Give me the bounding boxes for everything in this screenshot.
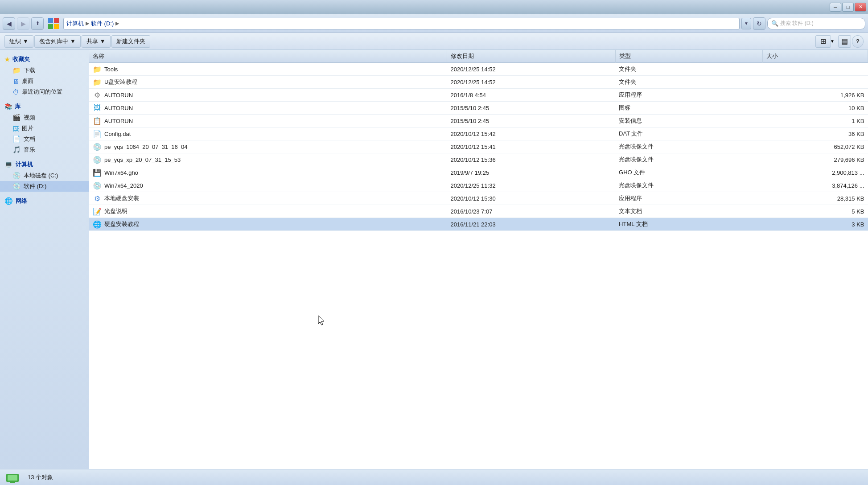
file-size: 1 KB (762, 115, 868, 127)
status-app-icon (4, 469, 21, 485)
downloads-label: 下载 (24, 66, 35, 74)
desktop-label: 桌面 (22, 77, 33, 85)
file-size: 2,900,813 ... (762, 166, 868, 179)
address-dropdown-button[interactable]: ▼ (741, 18, 751, 29)
table-row[interactable]: 📝 光盘说明 2016/10/23 7:07 文本文档 5 KB (89, 205, 868, 218)
search-placeholder: 搜索 软件 (D:) (780, 20, 814, 27)
favorites-label: 收藏夹 (12, 55, 30, 63)
file-type: GHO 文件 (615, 166, 762, 179)
forward-button[interactable]: ▶ (17, 17, 29, 30)
view-dropdown-icon: ▼ (830, 39, 835, 44)
file-area[interactable]: 名称 修改日期 类型 大小 📁 Tools 2020/12/25 14:52 文… (89, 50, 868, 469)
file-name: AUTORUN (104, 105, 133, 111)
breadcrumb-computer[interactable]: 计算机 (66, 20, 84, 28)
close-button[interactable]: ✕ (855, 3, 866, 12)
file-type: 文本文档 (615, 205, 762, 218)
table-row[interactable]: 💾 Win7x64.gho 2019/9/7 19:25 GHO 文件 2,90… (89, 166, 868, 179)
file-type: 文件夹 (615, 63, 762, 76)
sidebar-header-library[interactable]: 📚 库 (0, 101, 89, 112)
table-row[interactable]: 📁 U盘安装教程 2020/12/25 14:52 文件夹 (89, 76, 868, 89)
back-button[interactable]: ◀ (3, 17, 15, 30)
svg-rect-1 (54, 18, 59, 23)
table-row[interactable]: 📁 Tools 2020/12/25 14:52 文件夹 (89, 63, 868, 76)
sidebar-section-favorites: ★ 收藏夹 📁 下载 🖥 桌面 ⏱ 最近访问的位置 (0, 53, 89, 97)
file-size: 36 KB (762, 127, 868, 140)
file-type: 安装信息 (615, 115, 762, 127)
search-bar[interactable]: 🔍 搜索 软件 (D:) (767, 18, 865, 29)
sidebar-header-favorites[interactable]: ★ 收藏夹 (0, 53, 89, 65)
documents-label: 文档 (24, 135, 35, 143)
file-name-cell: 🖼 AUTORUN (89, 102, 447, 115)
library-icon: 📚 (4, 103, 12, 110)
recent-label: 最近访问的位置 (22, 88, 62, 96)
file-modified: 2020/12/25 11:32 (447, 179, 615, 192)
up-button[interactable]: ⬆ (31, 17, 44, 30)
file-name: AUTORUN (104, 92, 133, 99)
breadcrumb-drive[interactable]: 软件 (D:) (91, 20, 114, 28)
include-dropdown-icon: ▼ (70, 38, 76, 45)
view-button[interactable]: ⊞ (815, 35, 831, 48)
file-modified: 2020/12/25 14:52 (447, 76, 615, 89)
col-type[interactable]: 类型 (615, 50, 762, 63)
sidebar-item-recent[interactable]: ⏱ 最近访问的位置 (0, 86, 89, 97)
help-button[interactable]: ? (852, 35, 864, 48)
svg-rect-3 (54, 24, 59, 29)
file-size: 1,926 KB (762, 89, 868, 102)
file-size: 10 KB (762, 102, 868, 115)
sidebar-item-documents[interactable]: 📄 文档 (0, 134, 89, 144)
table-row[interactable]: 📄 Config.dat 2020/10/12 15:42 DAT 文件 36 … (89, 127, 868, 140)
new-folder-label: 新建文件夹 (116, 37, 145, 45)
table-row[interactable]: 💿 Win7x64_2020 2020/12/25 11:32 光盘映像文件 3… (89, 179, 868, 192)
share-button[interactable]: 共享 ▼ (82, 35, 111, 48)
file-modified: 2015/5/10 2:45 (447, 102, 615, 115)
col-size[interactable]: 大小 (762, 50, 868, 63)
col-modified[interactable]: 修改日期 (447, 50, 615, 63)
table-row[interactable]: 💿 pe_yqs_1064_20_07_31_16_04 2020/10/12 … (89, 140, 868, 153)
file-icon: 💾 (93, 168, 102, 177)
maximize-button[interactable]: □ (842, 3, 854, 12)
organize-label: 组织 (9, 37, 21, 45)
file-size: 28,315 KB (762, 192, 868, 205)
breadcrumb[interactable]: 计算机 ▶ 软件 (D:) ▶ (63, 18, 740, 29)
file-size: 3,874,126 ... (762, 179, 868, 192)
c-drive-icon: 💿 (12, 172, 21, 180)
sidebar-item-music[interactable]: 🎵 音乐 (0, 144, 89, 155)
computer-label: 计算机 (16, 160, 33, 169)
sidebar-item-d-drive[interactable]: 💿 软件 (D:) (0, 181, 89, 192)
file-name-cell: 💿 pe_yqs_xp_20_07_31_15_53 (89, 153, 447, 166)
file-name: 光盘说明 (104, 207, 128, 215)
table-row[interactable]: 🌐 硬盘安装教程 2016/11/21 22:03 HTML 文档 3 KB (89, 218, 868, 231)
favorites-icon: ★ (4, 56, 10, 63)
minimize-button[interactable]: ─ (830, 3, 841, 12)
table-row[interactable]: 📋 AUTORUN 2015/5/10 2:45 安装信息 1 KB (89, 115, 868, 127)
file-name: 本地硬盘安装 (104, 194, 139, 202)
sidebar-header-network[interactable]: 🌐 网络 (0, 195, 89, 207)
file-type: 应用程序 (615, 89, 762, 102)
file-icon: 💿 (93, 181, 102, 190)
refresh-button[interactable]: ↻ (753, 17, 765, 30)
file-type: 光盘映像文件 (615, 153, 762, 166)
table-row[interactable]: 🖼 AUTORUN 2015/5/10 2:45 图标 10 KB (89, 102, 868, 115)
table-row[interactable]: ⚙ AUTORUN 2016/1/8 4:54 应用程序 1,926 KB (89, 89, 868, 102)
toolbar: 组织 ▼ 包含到库中 ▼ 共享 ▼ 新建文件夹 ⊞ ▼ ▤ ? (0, 33, 868, 50)
sidebar-item-videos[interactable]: 🎬 视频 (0, 112, 89, 123)
file-name-cell: ⚙ AUTORUN (89, 89, 447, 102)
videos-icon: 🎬 (12, 114, 21, 122)
sidebar-header-computer[interactable]: 💻 计算机 (0, 159, 89, 170)
downloads-icon: 📁 (12, 66, 21, 74)
sidebar-item-c-drive[interactable]: 💿 本地磁盘 (C:) (0, 170, 89, 181)
preview-pane-button[interactable]: ▤ (838, 35, 851, 48)
include-library-button[interactable]: 包含到库中 ▼ (34, 35, 81, 48)
file-icon: 📝 (93, 207, 102, 216)
file-name: Tools (104, 66, 118, 73)
sidebar-item-downloads[interactable]: 📁 下载 (0, 65, 89, 76)
table-row[interactable]: 💿 pe_yqs_xp_20_07_31_15_53 2020/10/12 15… (89, 153, 868, 166)
new-folder-button[interactable]: 新建文件夹 (111, 35, 150, 48)
sidebar-item-pictures[interactable]: 🖼 图片 (0, 123, 89, 134)
sidebar-item-desktop[interactable]: 🖥 桌面 (0, 76, 89, 86)
table-row[interactable]: ⚙ 本地硬盘安装 2020/10/12 15:30 应用程序 28,315 KB (89, 192, 868, 205)
search-icon: 🔍 (771, 20, 778, 27)
file-type: 光盘映像文件 (615, 179, 762, 192)
col-name[interactable]: 名称 (89, 50, 447, 63)
organize-button[interactable]: 组织 ▼ (4, 35, 33, 48)
